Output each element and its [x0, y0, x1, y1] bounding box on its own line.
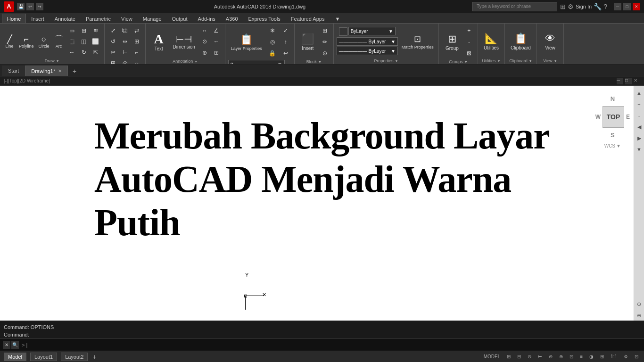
draw-dropdown-arrow[interactable]: ▼ — [56, 59, 59, 63]
utilities-dropdown-arrow[interactable]: ▼ — [497, 59, 501, 63]
group-remove-btn[interactable]: - — [463, 37, 475, 47]
osnap-btn[interactable]: ⊡ — [568, 354, 575, 360]
color-dropdown[interactable]: ByLayer ▼ — [348, 27, 396, 35]
restore-viewport-btn[interactable]: □ — [625, 78, 632, 84]
layer-selector[interactable]: 0 ▼ — [228, 60, 285, 65]
offset-btn[interactable]: ◎ — [119, 58, 131, 65]
osnap-tracking-btn[interactable]: ⊕ — [557, 354, 565, 360]
ungroup-btn[interactable]: ⊠ — [463, 48, 475, 58]
match-layer-btn[interactable]: ↑ — [280, 37, 291, 47]
linetype-dropdown[interactable]: —————— ByLayer ▼ — [337, 37, 398, 46]
layer-properties-tool[interactable]: 📋 Layer Properties — [228, 32, 265, 53]
linear-dim-btn[interactable]: ↔ — [199, 25, 210, 36]
tab-home[interactable]: Home — [2, 14, 26, 23]
workspace-btn[interactable]: ⚙ — [622, 354, 630, 360]
text-tool[interactable]: A Text — [149, 31, 169, 53]
cmd-input[interactable] — [29, 342, 641, 348]
transparency-btn[interactable]: ◑ — [587, 354, 595, 360]
layer-freeze-btn[interactable]: ❄ — [267, 25, 278, 36]
polar-btn[interactable]: ⊛ — [547, 354, 554, 360]
view-tool[interactable]: 👁 View — [540, 31, 561, 52]
tab-addins[interactable]: Add-ins — [193, 14, 221, 23]
annotation-dropdown-arrow[interactable]: ▼ — [194, 60, 198, 63]
lineweight-btn[interactable]: ≡ — [578, 354, 585, 360]
snap-btn[interactable]: ⊙ — [526, 354, 533, 360]
main-drawing-area[interactable]: Merubah Background LayarAutoCAD Menjadi … — [0, 86, 644, 321]
quick-save-btn[interactable]: 💾 — [17, 3, 25, 10]
center-mark-btn[interactable]: ⊕ — [199, 48, 210, 58]
tab-output[interactable]: Output — [167, 14, 193, 23]
angular-dim-btn[interactable]: ∠ — [211, 25, 222, 36]
block-dropdown-arrow[interactable]: ▼ — [318, 60, 322, 64]
pan-down-btn[interactable]: ▼ — [635, 145, 644, 154]
zoom-out-btn[interactable]: - — [635, 111, 644, 120]
scale-btn[interactable]: ⇱ — [90, 47, 101, 58]
model-tab[interactable]: Model — [4, 353, 26, 361]
redo-btn[interactable]: ↪ — [36, 3, 43, 10]
selection-btn[interactable]: ⊞ — [598, 354, 606, 360]
view-dropdown-arrow[interactable]: ▼ — [554, 59, 557, 63]
copy-btn[interactable]: ⿻ — [119, 25, 131, 36]
minimize-viewport-btn[interactable]: ─ — [617, 78, 623, 84]
drawing-canvas[interactable]: [-][Top][2D Wireframe] ─ □ ✕ Merubah Bac… — [0, 76, 644, 321]
start-tab[interactable]: Start — [2, 66, 25, 76]
group-tool[interactable]: ⊞ Group — [442, 31, 462, 53]
tab-manage[interactable]: Manage — [138, 14, 167, 23]
reset-view-btn[interactable]: ⊙ — [635, 299, 644, 309]
close-btn[interactable]: ✕ — [633, 3, 640, 10]
navibar-btn[interactable]: ⊕ — [635, 311, 644, 320]
utilities-tool[interactable]: 📐 Utilities — [481, 31, 502, 52]
arc-tool[interactable]: ⌒ Arc — [52, 34, 66, 49]
stretch-btn[interactable]: ⇄ — [131, 25, 142, 36]
grid-btn[interactable]: ⊞ — [505, 354, 512, 360]
model-status[interactable]: MODEL — [482, 354, 503, 360]
properties-dropdown-arrow[interactable]: ▼ — [395, 59, 398, 63]
new-tab-btn[interactable]: + — [70, 66, 79, 76]
pan-left-btn[interactable]: ◀ — [635, 122, 644, 132]
fullscreen-btn[interactable]: ⊡ — [633, 354, 640, 360]
add-layout-btn[interactable]: + — [92, 353, 96, 361]
ortho-btn[interactable]: ⊢ — [536, 354, 544, 360]
cmd-search-btn[interactable]: 🔍 — [11, 341, 19, 349]
group-add-btn[interactable]: + — [463, 25, 475, 36]
move-tool-btn[interactable]: ⤢ — [107, 25, 119, 36]
lineweight-dropdown[interactable]: —————— ByLayer ▼ — [337, 47, 398, 55]
rotate-tool-btn[interactable]: ↺ — [107, 36, 119, 47]
create-block-btn[interactable]: ⊞ — [319, 25, 330, 36]
tab-insert[interactable]: Insert — [26, 14, 50, 23]
rotate-btn[interactable]: ↻ — [78, 47, 90, 58]
trim-btn[interactable]: ✂ — [107, 47, 119, 58]
scale-tool-btn[interactable]: ⊞ — [131, 36, 142, 47]
block-params-btn[interactable]: ⊙ — [319, 48, 330, 58]
tab-view[interactable]: View — [116, 14, 138, 23]
layer-lock-btn[interactable]: 🔒 — [267, 48, 278, 58]
grid-mode-btn[interactable]: ⊟ — [515, 354, 523, 360]
tab-parametric[interactable]: Parametric — [81, 14, 116, 23]
rectangle-btn[interactable]: ▭ — [66, 25, 78, 36]
radius-dim-btn[interactable]: ⊙ — [199, 36, 210, 47]
match-properties-tool[interactable]: ⊡ Match Properties — [400, 33, 436, 50]
signin-btn[interactable]: Sign In — [576, 4, 592, 9]
tab-overflow[interactable]: ▼ — [330, 14, 345, 23]
keyword-search[interactable]: Type a keyword or phrase — [472, 2, 557, 11]
layout2-tab[interactable]: Layout2 — [61, 353, 88, 361]
boundary-btn[interactable]: ⬚ — [66, 36, 78, 47]
zoom-in-btn[interactable]: + — [635, 99, 644, 109]
drawing1-close-btn[interactable]: ✕ — [58, 68, 62, 74]
table-btn[interactable]: ⊞ — [211, 48, 222, 58]
wipeout-btn[interactable]: ⬜ — [90, 36, 101, 47]
edit-block-btn[interactable]: ✏ — [319, 37, 330, 47]
tab-featured[interactable]: Featured Apps — [286, 14, 330, 23]
clipboard-tool[interactable]: 📋 Clipboard — [508, 31, 534, 52]
prev-layer-btn[interactable]: ↩ — [280, 48, 291, 58]
mleader-btn[interactable]: ← — [211, 36, 222, 47]
extend-btn[interactable]: ⊢ — [119, 47, 131, 58]
insert-tool[interactable]: ⬛ Insert — [297, 31, 318, 53]
move-btn[interactable]: ↔ — [66, 47, 78, 58]
groups-dropdown-arrow[interactable]: ▼ — [464, 60, 468, 64]
line-tool[interactable]: ╱ Line — [3, 34, 16, 49]
tab-annotate[interactable]: Annotate — [50, 14, 81, 23]
polyline-tool[interactable]: ⌐ Polyline — [17, 34, 36, 49]
make-current-btn[interactable]: ✓ — [280, 25, 291, 36]
layer-isolate-btn[interactable]: ◎ — [267, 37, 278, 47]
